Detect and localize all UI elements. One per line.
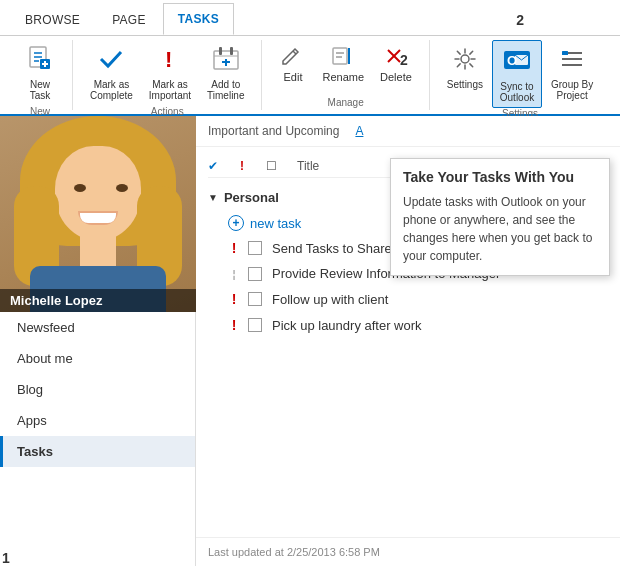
priority-high-icon: ! bbox=[228, 317, 240, 333]
group-arrow-icon: ▼ bbox=[208, 192, 218, 203]
sidebar-item-tasks[interactable]: Tasks bbox=[0, 436, 195, 467]
col-checkbox: ☐ bbox=[266, 159, 277, 173]
rename-icon bbox=[330, 44, 354, 71]
avatar-name: Michelle Lopez bbox=[0, 289, 196, 312]
ribbon-group-manage: Edit Rename bbox=[262, 40, 429, 110]
mark-important-icon: ! bbox=[156, 45, 184, 77]
mark-complete-label: Mark asComplete bbox=[90, 79, 133, 101]
new-task-icon bbox=[26, 45, 54, 77]
new-task-button[interactable]: NewTask bbox=[18, 40, 62, 106]
ribbon-tabs: BROWSE PAGE TASKS bbox=[0, 0, 620, 36]
content-header-tab[interactable]: A bbox=[351, 122, 367, 140]
avatar-container: Michelle Lopez bbox=[0, 116, 196, 312]
col-title: Title bbox=[297, 159, 319, 173]
svg-line-14 bbox=[293, 51, 296, 54]
content-header: Important and Upcoming A bbox=[196, 116, 620, 147]
sidebar-item-apps[interactable]: Apps bbox=[0, 405, 195, 436]
mark-important-label: Mark asImportant bbox=[149, 79, 191, 101]
task-item: ! Follow up with client bbox=[208, 286, 608, 312]
callout-2-top: 2 bbox=[400, 52, 408, 68]
tooltip-body: Update tasks with Outlook on your phone … bbox=[403, 193, 597, 265]
settings-button[interactable]: Settings bbox=[440, 40, 490, 95]
svg-rect-15 bbox=[333, 48, 347, 64]
delete-label: Delete bbox=[380, 71, 412, 83]
callout-2: 2 bbox=[516, 12, 524, 28]
ribbon-group-settings: 2 Settings O bbox=[430, 40, 610, 110]
task-checkbox[interactable] bbox=[248, 267, 262, 281]
tab-browse[interactable]: BROWSE bbox=[10, 4, 95, 35]
rename-label: Rename bbox=[322, 71, 364, 83]
main-layout: Michelle Lopez Newsfeed About me Blog Ap… bbox=[0, 116, 620, 566]
task-checkbox[interactable] bbox=[248, 318, 262, 332]
priority-high-icon: ! bbox=[228, 291, 240, 307]
delete-button[interactable]: Delete bbox=[373, 40, 419, 87]
tab-tasks[interactable]: TASKS bbox=[163, 3, 234, 35]
tasks-footer: Last updated at 2/25/2013 6:58 PM bbox=[196, 537, 620, 566]
sidebar-item-blog[interactable]: Blog bbox=[0, 374, 195, 405]
sync-outlook-button[interactable]: O Sync toOutlook bbox=[492, 40, 542, 108]
tooltip-popup: Take Your Tasks With You Update tasks wi… bbox=[390, 158, 610, 276]
edit-icon bbox=[279, 44, 303, 71]
col-check: ✔ bbox=[208, 159, 218, 173]
sidebar-item-newsfeed[interactable]: Newsfeed bbox=[0, 312, 195, 343]
settings-label: Settings bbox=[447, 79, 483, 90]
svg-rect-10 bbox=[219, 47, 222, 55]
sidebar-item-about-me[interactable]: About me bbox=[0, 343, 195, 374]
task-item: ! Pick up laundry after work bbox=[208, 312, 608, 338]
sync-outlook-label: Sync toOutlook bbox=[500, 81, 534, 103]
mark-complete-icon bbox=[97, 45, 125, 77]
priority-low-icon: ¦ bbox=[228, 268, 240, 280]
callout-1: 1 bbox=[2, 550, 10, 566]
settings-icon bbox=[451, 45, 479, 77]
new-task-plus-icon: + bbox=[228, 215, 244, 231]
task-label: Follow up with client bbox=[272, 292, 388, 307]
ribbon-toolbar: NewTask New Mark asComplete ! bbox=[0, 36, 620, 116]
add-timeline-button[interactable]: Add toTimeline bbox=[200, 40, 251, 106]
add-timeline-label: Add toTimeline bbox=[207, 79, 244, 101]
svg-rect-11 bbox=[230, 47, 233, 55]
col-priority: ! bbox=[240, 159, 244, 173]
tooltip-title: Take Your Tasks With You bbox=[403, 169, 597, 185]
task-checkbox[interactable] bbox=[248, 292, 262, 306]
edit-button[interactable]: Edit bbox=[272, 40, 313, 87]
mark-important-button[interactable]: ! Mark asImportant bbox=[142, 40, 198, 106]
group-project-label: Group ByProject bbox=[551, 79, 593, 101]
sidebar: Michelle Lopez Newsfeed About me Blog Ap… bbox=[0, 116, 196, 566]
group-manage-label: Manage bbox=[328, 97, 364, 110]
svg-point-21 bbox=[461, 55, 469, 63]
edit-label: Edit bbox=[284, 71, 303, 83]
sync-outlook-icon: O bbox=[502, 45, 532, 79]
mark-complete-button[interactable]: Mark asComplete bbox=[83, 40, 140, 106]
rename-button[interactable]: Rename bbox=[315, 40, 371, 87]
tab-page[interactable]: PAGE bbox=[97, 4, 161, 35]
task-checkbox[interactable] bbox=[248, 241, 262, 255]
new-task-label: NewTask bbox=[30, 79, 51, 101]
ribbon-group-actions: Mark asComplete ! Mark asImportant bbox=[73, 40, 262, 110]
content-area: Important and Upcoming A ✔ ! ☐ Title ▼ P… bbox=[196, 116, 620, 566]
ribbon-group-new: NewTask New bbox=[8, 40, 73, 110]
content-header-title: Important and Upcoming bbox=[208, 124, 339, 138]
svg-text:!: ! bbox=[165, 47, 172, 72]
add-timeline-icon bbox=[212, 45, 240, 77]
svg-rect-30 bbox=[562, 51, 568, 55]
group-project-icon bbox=[558, 45, 586, 77]
new-task-text: new task bbox=[250, 216, 301, 231]
priority-high-icon: ! bbox=[228, 240, 240, 256]
sidebar-nav: Newsfeed About me Blog Apps Tasks bbox=[0, 312, 195, 566]
group-project-button[interactable]: Group ByProject bbox=[544, 40, 600, 106]
group-label: Personal bbox=[224, 190, 279, 205]
task-label: Pick up laundry after work bbox=[272, 318, 422, 333]
